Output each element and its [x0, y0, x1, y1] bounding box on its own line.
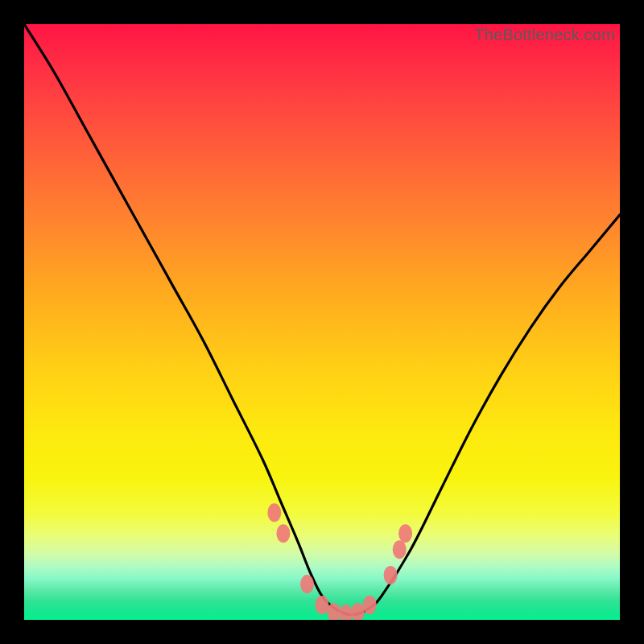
curve-marker [351, 603, 365, 620]
curve-marker [393, 540, 407, 559]
curve-marker [384, 566, 398, 584]
chart-frame: TheBottleneck.com [0, 0, 644, 644]
curve-marker [267, 503, 281, 522]
curve-marker [300, 575, 314, 593]
curve-marker [363, 596, 377, 614]
curve-marker [339, 605, 353, 620]
curve-marker [316, 596, 329, 614]
plot-area: TheBottleneck.com [24, 24, 620, 620]
bottleneck-curve [24, 24, 620, 615]
curve-marker [276, 524, 290, 543]
curve-marker [398, 524, 412, 543]
curve-layer [24, 24, 620, 620]
